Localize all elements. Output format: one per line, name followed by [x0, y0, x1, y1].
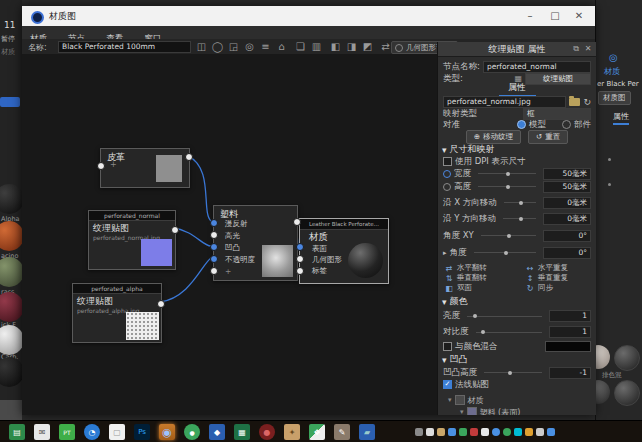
geometry-port[interactable]	[296, 255, 304, 263]
bump-height-value[interactable]: -1	[549, 367, 591, 379]
tray-icon[interactable]	[536, 428, 544, 436]
green-app-icon[interactable]: ❖	[309, 424, 325, 440]
blue-folder-icon[interactable]: ▰	[359, 424, 375, 440]
brightness-value[interactable]: 1	[549, 310, 591, 322]
undock-icon[interactable]: ⧉	[570, 43, 582, 55]
excel-icon[interactable]: ▦	[234, 424, 250, 440]
flip-horizontal-label[interactable]: 水平翻转	[457, 263, 487, 273]
leather-input-port[interactable]	[97, 162, 105, 170]
flip-vertical-label[interactable]: 垂直翻转	[457, 273, 487, 283]
browse-folder-icon[interactable]	[569, 98, 580, 106]
photoshop-icon[interactable]: Ps	[134, 424, 150, 440]
angle-expander-icon[interactable]: ▸	[443, 249, 447, 257]
node-name-input[interactable]: perforated_normal	[483, 61, 591, 73]
material-sphere[interactable]	[0, 292, 22, 322]
repeat-vertical-label[interactable]: 垂直重复	[538, 273, 590, 283]
sync-label[interactable]: 同步	[538, 283, 590, 293]
maximize-button[interactable]: □	[544, 9, 566, 23]
tray-icon[interactable]	[514, 428, 522, 436]
opacity-port[interactable]	[210, 255, 218, 263]
tray-icon[interactable]	[470, 428, 478, 436]
system-tray[interactable]	[415, 428, 555, 436]
blend-color-checkbox[interactable]	[443, 342, 452, 351]
material-sphere[interactable]	[0, 357, 22, 387]
angle-xy-slider[interactable]	[481, 235, 536, 236]
delete-icon[interactable]: ▥	[309, 40, 324, 53]
tray-icon[interactable]	[492, 428, 500, 436]
tray-icon[interactable]	[448, 428, 456, 436]
defender-icon[interactable]: ◆	[209, 424, 225, 440]
shift-x-value[interactable]: 0毫米	[543, 197, 591, 209]
add-label-icon[interactable]: ◩	[360, 40, 375, 53]
texture-file-input[interactable]: perforated_normal.jpg	[443, 96, 566, 108]
move-texture-button[interactable]: ⊕移动纹理	[466, 130, 521, 144]
node-material-root[interactable]: Leather Black Perforate… 材质 表面 几何图形 标签	[299, 218, 389, 284]
material-graph-button[interactable]: 材质图	[598, 91, 631, 105]
section-bump[interactable]: ▾ 凹凸	[438, 353, 596, 366]
tree-item-plastic[interactable]: ▾ 塑料 (表面)	[438, 406, 596, 415]
angle-value[interactable]: 0°	[543, 247, 591, 259]
radio-model-label[interactable]: 模型	[529, 119, 546, 131]
plastic-output-port[interactable]	[293, 218, 301, 226]
radio-part[interactable]	[562, 120, 571, 129]
leather-output-port[interactable]	[185, 153, 193, 161]
radio-part-label[interactable]: 部件	[574, 119, 591, 131]
node-leather[interactable]: 皮革 +	[100, 148, 190, 188]
mail-icon[interactable]: ✉	[34, 424, 50, 440]
material-sphere[interactable]	[0, 221, 22, 251]
angle-xy-value[interactable]: 0°	[543, 230, 591, 242]
material-sphere[interactable]	[0, 257, 22, 287]
alpha-output-port[interactable]	[157, 300, 165, 308]
blend-color-swatch[interactable]	[545, 341, 591, 352]
brightness-slider[interactable]	[467, 316, 542, 317]
specular-port[interactable]	[210, 231, 218, 239]
material-sphere[interactable]	[614, 380, 640, 406]
section-color[interactable]: ▾ 颜色	[438, 295, 596, 308]
home-icon[interactable]: ⌂	[274, 40, 289, 53]
keyshot-icon[interactable]: ◉	[159, 424, 175, 440]
node-perforated-normal[interactable]: perforated_normal 纹理贴图 perforated_normal…	[88, 210, 176, 270]
panel-close-icon[interactable]: ✕	[582, 43, 594, 55]
labels-port[interactable]	[296, 267, 304, 275]
store-icon[interactable]: ▢	[109, 424, 125, 440]
material-sphere[interactable]	[595, 345, 610, 369]
tray-icon[interactable]	[426, 428, 434, 436]
height-slider[interactable]	[478, 186, 536, 187]
add-texture-icon[interactable]: ◨	[344, 40, 359, 53]
material-sphere[interactable]	[0, 325, 22, 355]
minimize-button[interactable]: –	[519, 9, 541, 23]
locate-icon[interactable]: ◎	[242, 40, 257, 53]
node-plastic[interactable]: 塑料 漫反射 高光 凹凸 不透明度 +	[213, 205, 298, 281]
selected-list-item[interactable]	[0, 97, 20, 107]
bump-height-slider[interactable]	[484, 372, 542, 373]
contrast-value[interactable]: 1	[549, 326, 591, 338]
repeat-horizontal-label[interactable]: 水平重复	[538, 263, 590, 273]
tab-properties[interactable]: 属性	[613, 111, 629, 125]
window-titlebar[interactable]: 材质图 – □ ✕	[22, 6, 595, 27]
normal-output-port[interactable]	[171, 226, 179, 234]
radio-model[interactable]	[517, 120, 526, 129]
tray-icon[interactable]	[547, 428, 555, 436]
material-sphere[interactable]	[614, 345, 640, 371]
file-explorer-icon[interactable]: ▤	[9, 424, 25, 440]
material-sphere[interactable]	[595, 380, 610, 404]
close-button[interactable]: ✕	[568, 9, 590, 23]
add-port[interactable]	[210, 267, 218, 275]
section-size-mapping[interactable]: ▾ 尺寸和映射	[438, 143, 596, 156]
tray-icon[interactable]	[503, 428, 511, 436]
bump-port[interactable]	[210, 243, 218, 251]
properties-header[interactable]: 纹理贴图 属性 ⧉ ✕	[438, 42, 596, 57]
tray-icon[interactable]	[481, 428, 489, 436]
grab-tool-icon[interactable]: ✦	[284, 424, 300, 440]
tray-icon[interactable]	[437, 428, 445, 436]
contrast-slider[interactable]	[476, 332, 543, 333]
dpi-checkbox[interactable]	[443, 157, 452, 166]
surface-port[interactable]	[296, 243, 304, 251]
image-frame-icon[interactable]: ◫	[194, 40, 209, 53]
red-app-icon[interactable]: ●	[259, 424, 275, 440]
pt-app-icon[interactable]: PT	[59, 424, 75, 440]
width-slider[interactable]	[478, 173, 536, 174]
material-sphere[interactable]	[0, 184, 22, 214]
add-material-icon[interactable]: ◧	[328, 40, 343, 53]
reset-button[interactable]: ↺重置	[528, 130, 568, 144]
